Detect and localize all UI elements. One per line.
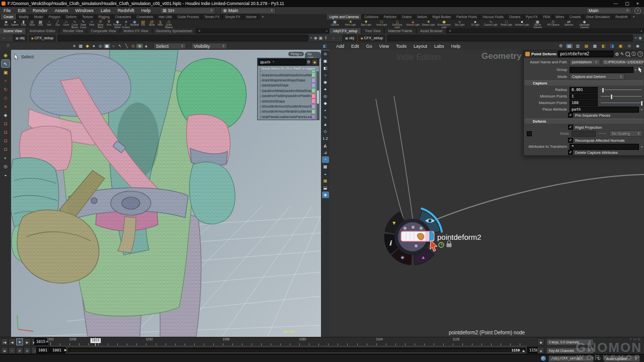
path-field[interactable]	[57, 35, 308, 41]
viewport-layout-icon[interactable]: ◉	[322, 192, 329, 198]
shelf-tool-l-system[interactable]: ∗L-System	[122, 20, 130, 28]
snap-prim-icon[interactable]: Ω	[2, 128, 10, 136]
node-colors-icon[interactable]: ◨	[609, 44, 615, 48]
attrs-menu-arrow[interactable]: ▾	[639, 145, 644, 148]
menu-labs[interactable]: Labs	[97, 8, 114, 13]
net-forward-icon[interactable]: →	[337, 36, 341, 40]
gear-icon[interactable]: ⚙	[307, 60, 310, 64]
select-lasso-icon[interactable]: ○	[110, 44, 117, 48]
scene-viewport[interactable]: Select Persp ▾ No cam ▾ @path * ⚙ ◆ Grou…	[11, 50, 321, 337]
shelf-tab-particle-fluids[interactable]: Particle Fluids	[454, 14, 480, 20]
group-list-item[interactable]: ├/pauldronMetal/pauldronMetalShape	[258, 88, 316, 93]
pointdeform-node-body[interactable]	[401, 231, 434, 241]
shelf-tool-helix[interactable]: §Helix	[156, 20, 165, 28]
tab-material-palette[interactable]: Material Palette	[384, 28, 417, 34]
shelf-tool-draw-curve[interactable]: ✎Draw Curve	[79, 20, 88, 28]
select-fully-icon[interactable]: ▲	[143, 44, 149, 48]
tab-obj-cfx-setup[interactable]: /obj/CFX_setup	[330, 28, 361, 34]
piece-attr-menu-arrow[interactable]: ▾	[639, 108, 644, 111]
shelf-tool-switcher[interactable]: ⇄Switcher	[561, 20, 577, 28]
tab-render-view[interactable]: Render View	[59, 28, 87, 34]
shelf-tool-gi-light[interactable]: ●GI Light	[467, 20, 483, 28]
back-icon[interactable]: ←	[2, 36, 6, 40]
render-region-icon[interactable]: ◐	[2, 154, 10, 161]
headlight-icon[interactable]: ○	[322, 72, 329, 78]
max-points-slider[interactable]	[601, 103, 641, 103]
shelf-tool-gamepad-camera[interactable]: ◆Gamepad Camera	[577, 20, 592, 28]
shelf-tab-hair-utils[interactable]: Hair Utils	[156, 14, 175, 20]
select-arrow-icon[interactable]	[638, 67, 642, 72]
realtime-toggle-icon[interactable]: ↔	[9, 347, 16, 354]
ortho-icon[interactable]: ◒	[322, 170, 329, 177]
shelf-tool-curve-bezier[interactable]: ∿Curve Bezier	[70, 20, 79, 28]
shelf-tab-model[interactable]: Model	[32, 14, 46, 20]
brush-icon[interactable]: ✎	[620, 52, 624, 56]
select-visible-icon[interactable]: ◇	[130, 44, 136, 48]
shelf-tool-point-light[interactable]: ☀Point Light	[343, 20, 358, 28]
snapshot-gallery-icon[interactable]: ▦	[322, 177, 329, 184]
node-display-flag-tab[interactable]	[430, 232, 434, 241]
asset-path-dropdown[interactable]: C:/PROGRA~1/SIDEEF~1/HO...⇕	[602, 59, 644, 65]
net-menu-help[interactable]: Help	[447, 44, 464, 49]
group-list-item[interactable]: ├/shoulderArmourMetal/shoulderArmo	[258, 109, 316, 114]
high-quality-light-icon[interactable]: ◉	[322, 79, 329, 85]
snapshot-icon[interactable]: ◧	[600, 44, 607, 48]
shelf-tab-crowds[interactable]: Crowds	[567, 14, 584, 20]
net-menu-labs[interactable]: Labs	[431, 44, 448, 49]
net-path-field[interactable]	[387, 35, 633, 41]
shelf-tab-constraints[interactable]: Constraints	[134, 14, 156, 20]
shelf-tool-camera[interactable]: ▣Camera	[327, 20, 343, 28]
radius-field[interactable]: 0.001	[570, 87, 598, 93]
shelf-tab-grains[interactable]: Grains	[399, 14, 415, 20]
net-path-cfx-chip[interactable]: ◆CFX_setup	[358, 35, 385, 41]
tab-options-icon[interactable]: ▪	[324, 28, 330, 34]
scene-selector[interactable]: ⊕ Main ⇕	[220, 8, 276, 14]
update-mode-dropdown[interactable]: Auto Update⇕	[604, 355, 640, 362]
net-menu-add[interactable]: Add	[333, 44, 348, 49]
shelf-tab-simple-fx[interactable]: Simple FX	[222, 14, 243, 20]
search-icon[interactable]	[625, 52, 630, 56]
playhead-frame-box[interactable]: 1015	[90, 338, 101, 343]
group-list-item[interactable]: ├/shoulderArmour/shoulderArmourSha	[258, 104, 316, 109]
loop-mode-icon[interactable]: ↺	[16, 347, 23, 354]
handles-tool-icon[interactable]: ◈	[2, 111, 10, 119]
path-cfx-chip[interactable]: ◆CFX_setup	[29, 35, 56, 41]
persp-badge[interactable]: Persp ▾	[288, 52, 304, 56]
help-icon[interactable]: ?	[637, 51, 643, 57]
close-button[interactable]: ×	[636, 1, 639, 6]
gear-menu-icon[interactable]: ⚙	[615, 52, 619, 57]
refresh-icon[interactable]: ↻	[597, 356, 601, 361]
group-list-scrollbar[interactable]	[316, 71, 319, 120]
pin-icon[interactable]: +	[310, 36, 312, 40]
shelf-tool-distant-light[interactable]: ☀Distant Light	[421, 20, 436, 28]
net-pin-icon[interactable]: +	[634, 36, 637, 40]
min-points-slider[interactable]	[601, 96, 641, 97]
minimize-button[interactable]: —	[613, 1, 618, 6]
network-tools-icon[interactable]: ⚙	[557, 44, 564, 48]
show-handles-icon[interactable]: ∗	[71, 44, 77, 48]
shelf-tab-deform[interactable]: Deform	[63, 14, 79, 20]
search-icon[interactable]: ⊙	[626, 44, 632, 48]
tab-animation-editor[interactable]: Animation Editor	[26, 28, 59, 34]
play-button[interactable]: ▶	[24, 338, 31, 345]
shelf-tab-fem[interactable]: FEM	[541, 14, 553, 20]
flipbook-icon[interactable]: ◎	[2, 162, 10, 170]
node-input-2[interactable]	[420, 227, 423, 230]
desktop-selector[interactable]: ⊞ SH ⇕	[160, 8, 215, 14]
wireframe-icon[interactable]: ∿	[322, 114, 329, 121]
network-editor[interactable]: Indie Edition Geometry ▼i✳▲	[330, 50, 644, 337]
shelf-tab-terrain-fx[interactable]: Terrain FX	[202, 14, 222, 20]
shelf-tool-stereo-camera[interactable]: ▣Stereo Camera	[530, 20, 545, 28]
background-image-icon[interactable]: ⬓	[322, 185, 329, 191]
shelf-tool-circle[interactable]: ○Circle	[62, 20, 70, 28]
shelf-tool-environment-light[interactable]: ◉Environment Light	[436, 20, 452, 28]
view-tool-icon[interactable]: ◉	[2, 51, 10, 59]
net-menu-tools[interactable]: Tools	[392, 44, 410, 49]
asset-name-dropdown[interactable]: pointdeform⇕	[570, 59, 600, 65]
select-edges-icon[interactable]: ◎	[97, 44, 104, 48]
color-palette-icon[interactable]: ▦	[583, 44, 590, 48]
desktop-selector-right[interactable]: Main ⇕	[586, 8, 631, 14]
net-back-icon[interactable]: ←	[332, 36, 336, 40]
view-pivot-icon[interactable]: ◔	[322, 156, 329, 163]
node-output[interactable]	[415, 244, 418, 248]
